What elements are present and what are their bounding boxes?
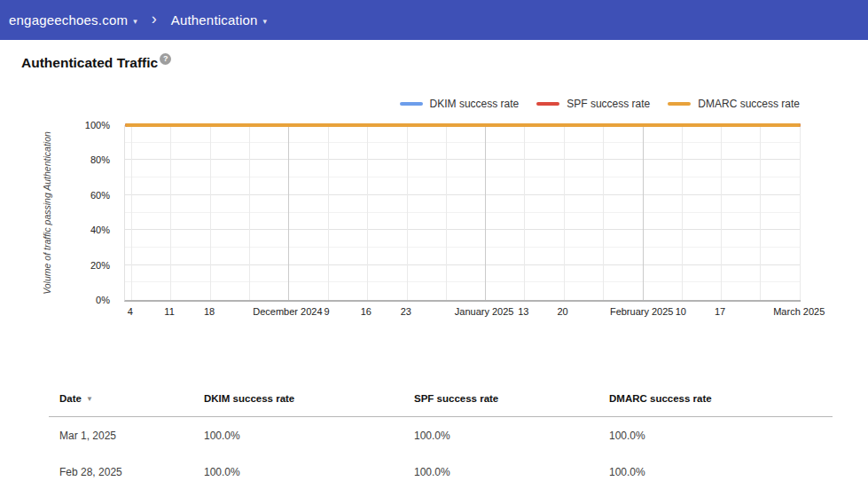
- x-axis-tick-label: 23: [401, 306, 411, 317]
- legend-line-swatch-icon: [668, 102, 691, 106]
- chevron-down-icon: ▾: [263, 15, 268, 26]
- chevron-down-icon: ▾: [133, 15, 137, 26]
- horizontal-gridline: [125, 264, 801, 265]
- vertical-gridline: [170, 125, 171, 300]
- x-axis-tick-label: February 2025: [610, 306, 674, 317]
- x-axis-tick-label: 4: [128, 306, 133, 317]
- horizontal-gridline: [125, 177, 801, 177]
- vertical-gridline: [210, 125, 211, 300]
- horizontal-gridline: [125, 142, 801, 143]
- legend-item-dkim-success-rate: DKIM success rate: [400, 98, 520, 110]
- vertical-gridline: [643, 125, 644, 300]
- legend-item-dmarc-success-rate: DMARC success rate: [668, 98, 800, 110]
- vertical-gridline: [800, 125, 801, 300]
- x-axis-labels: 41118December 202491623January 20251320F…: [124, 306, 800, 319]
- legend-line-swatch-icon: [536, 102, 559, 106]
- x-axis-tick-label: March 2025: [773, 306, 825, 317]
- page-title-row: Authenticated Traffic ?: [21, 55, 171, 71]
- y-axis-tick-label: 20%: [90, 260, 110, 271]
- y-axis-tick-label: 60%: [90, 190, 110, 201]
- horizontal-gridline: [125, 229, 801, 230]
- help-icon[interactable]: ?: [160, 53, 171, 65]
- section-label: Authentication: [171, 12, 258, 28]
- table-row: Mar 1, 2025100.0%100.0%100.0%: [49, 417, 833, 454]
- x-axis-tick-label: 9: [325, 306, 330, 317]
- vertical-gridline: [328, 125, 329, 300]
- legend-label: SPF success rate: [567, 98, 650, 110]
- table-header-row: Date▼DKIM success rateSPF success rateDM…: [49, 388, 833, 417]
- horizontal-gridline: [125, 194, 801, 195]
- x-axis-tick-label: 20: [557, 306, 567, 317]
- domain-selector[interactable]: engageechoes.com ▾: [9, 12, 137, 28]
- vertical-gridline: [446, 125, 447, 300]
- horizontal-gridline: [125, 159, 801, 160]
- series-line-dmarc-success-rate: [125, 123, 801, 127]
- value-cell: 100.0%: [414, 430, 609, 442]
- data-table: Date▼DKIM success rateSPF success rateDM…: [49, 388, 833, 489]
- date-cell: Mar 1, 2025: [49, 430, 204, 442]
- value-cell: 100.0%: [609, 466, 833, 478]
- x-axis-tick-label: 10: [676, 306, 686, 317]
- column-header-dmarc-success-rate: DMARC success rate: [609, 393, 833, 404]
- y-axis-tick-label: 80%: [90, 154, 110, 165]
- top-navigation-bar: engageechoes.com ▾ › Authentication ▾: [0, 0, 868, 40]
- column-header-spf-success-rate: SPF success rate: [414, 393, 609, 404]
- y-axis-title-wrap: Volume of traffic passing Authentication: [39, 125, 55, 300]
- legend-label: DKIM success rate: [430, 98, 520, 110]
- column-header-label: DKIM success rate: [204, 393, 294, 404]
- horizontal-gridline: [125, 247, 801, 248]
- vertical-gridline: [564, 125, 565, 300]
- x-axis-tick-label: 16: [361, 306, 371, 317]
- value-cell: 100.0%: [609, 430, 833, 442]
- vertical-gridline: [485, 125, 486, 300]
- column-header-label: SPF success rate: [414, 393, 498, 404]
- x-axis-tick-label: December 2024: [253, 306, 322, 317]
- vertical-gridline: [603, 125, 604, 300]
- legend-line-swatch-icon: [400, 102, 423, 106]
- horizontal-gridline: [125, 212, 801, 213]
- table-row: Feb 28, 2025100.0%100.0%100.0%: [49, 454, 833, 489]
- horizontal-gridline: [125, 281, 801, 282]
- y-axis-tick-label: 0%: [96, 295, 110, 305]
- vertical-gridline: [367, 125, 368, 300]
- sort-descending-icon: ▼: [86, 394, 93, 403]
- section-selector[interactable]: Authentication ▾: [171, 12, 267, 28]
- legend-item-spf-success-rate: SPF success rate: [536, 98, 650, 110]
- chart-legend: DKIM success rateSPF success rateDMARC s…: [124, 98, 800, 110]
- column-header-dkim-success-rate: DKIM success rate: [204, 393, 414, 404]
- domain-label: engageechoes.com: [9, 12, 128, 28]
- legend-label: DMARC success rate: [698, 98, 800, 110]
- column-header-date[interactable]: Date▼: [49, 393, 204, 404]
- value-cell: 100.0%: [414, 466, 609, 478]
- y-axis-labels: 0%20%40%60%80%100%: [76, 125, 115, 300]
- vertical-gridline: [682, 125, 683, 300]
- breadcrumb-separator-icon: ›: [152, 11, 157, 29]
- x-axis-tick-label: January 2025: [455, 306, 514, 317]
- vertical-gridline: [524, 125, 525, 300]
- plot-area: [124, 125, 801, 302]
- x-axis-tick-label: 18: [204, 306, 215, 317]
- column-header-label: Date: [59, 393, 82, 404]
- value-cell: 100.0%: [204, 430, 414, 442]
- x-axis-tick-label: 17: [715, 306, 725, 317]
- x-axis-tick-label: 13: [518, 306, 528, 317]
- vertical-gridline: [407, 125, 408, 300]
- vertical-gridline: [288, 125, 289, 300]
- page-title: Authenticated Traffic: [21, 55, 158, 71]
- vertical-gridline: [760, 125, 761, 300]
- value-cell: 100.0%: [204, 466, 414, 478]
- column-header-label: DMARC success rate: [609, 393, 712, 404]
- y-axis-tick-label: 100%: [85, 120, 110, 130]
- date-cell: Feb 28, 2025: [49, 466, 204, 478]
- vertical-gridline: [249, 125, 250, 300]
- x-axis-tick-label: 11: [164, 306, 174, 317]
- y-axis-tick-label: 40%: [90, 225, 110, 235]
- vertical-gridline: [131, 125, 132, 300]
- table-body: Mar 1, 2025100.0%100.0%100.0%Feb 28, 202…: [49, 417, 833, 489]
- y-axis-title: Volume of traffic passing Authentication: [42, 131, 52, 295]
- vertical-gridline: [721, 125, 722, 300]
